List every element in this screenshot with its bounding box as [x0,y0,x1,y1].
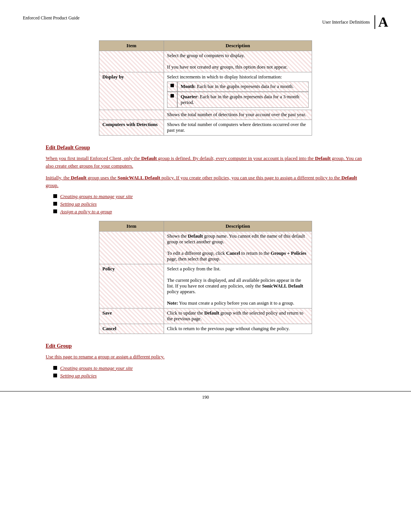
table-row: Shows the total number of detections for… [99,110,312,120]
table1-row4-desc: Shows the total number of computers wher… [164,120,312,136]
table1-row3-item [99,110,164,120]
table-row: Policy Select a policy from the list. Th… [99,264,312,308]
list-item: Setting up policies [53,201,365,207]
table2-row1-item [99,232,164,264]
table-row: Computers with Detections Shows the tota… [99,120,312,136]
table2-row3-item: Save [99,308,164,324]
edit-group-para1: Use this page to rename a group or assig… [46,353,365,361]
table-row: Shows the Default group name. You cannot… [99,232,312,264]
edit-default-heading: Edit Default Group [46,145,388,151]
bullet-icon [53,202,57,206]
edit-group-bullets: Creating groups to manage your site Sett… [53,365,365,379]
table2-row2-item: Policy [99,264,164,308]
table2-row2-desc: Select a policy from the list. The curre… [164,264,312,308]
table1-row4-item: Computers with Detections [99,120,164,136]
table1: Item Description Select the group of com… [99,40,312,136]
table1-wrapper: Item Description Select the group of com… [23,40,388,145]
table1-col2-header: Description [164,41,312,51]
table2-col1-header: Item [99,221,164,232]
table2-col2-header: Description [164,221,312,232]
table-row: Save Click to update the Default group w… [99,308,312,324]
bullet-icon [53,374,57,377]
table2-row4-item: Cancel [99,324,164,334]
table1-row2-desc: Select increments in which to display hi… [164,72,312,110]
bullet-link[interactable]: Setting up policies [60,373,97,379]
table1-row1-desc: Select the group of computers to display… [164,51,312,72]
table-row: Display by Select increments in which to… [99,72,312,110]
doc-title: Enforced Client Product Guide [23,15,80,21]
table2: Item Description Shows the Default group… [99,221,312,334]
table2-row1-desc: Shows the Default group name. You cannot… [164,232,312,264]
table1-col1-header: Item [99,41,164,51]
bullet-icon [53,194,57,198]
table2-row3-desc: Click to update the Default group with t… [164,308,312,324]
appendix-letter: A [374,15,388,29]
edit-default-para1: When you first install Enforced Client, … [46,155,365,169]
bullet-icon [53,209,57,213]
edit-default-para2: Initially, the Default group uses the So… [46,174,365,189]
edit-group-heading: Edit Group [46,343,388,349]
bullet-link[interactable]: Setting up policies [60,201,97,207]
page-number: 190 [202,395,209,400]
edit-default-bullets: Creating groups to manage your site Sett… [53,193,365,215]
list-item: Assign a policy to a group [53,209,365,215]
table1-row2-item: Display by [99,72,164,110]
table1-row1-item [99,51,164,72]
list-item: Setting up policies [53,373,365,379]
bullet-icon [53,366,57,370]
bullet-link[interactable]: Creating groups to manage your site [60,193,133,200]
table-row: Cancel Click to return to the previous p… [99,324,312,334]
footer: 190 [0,391,411,400]
section-label: User Interface Definitions [322,19,370,25]
table1-row3-desc: Shows the total number of detections for… [164,110,312,120]
bullet-link[interactable]: Assign a policy to a group [60,209,112,215]
table-row: Select the group of computers to display… [99,51,312,72]
table2-wrapper: Item Description Shows the Default group… [23,221,388,343]
bullet-link[interactable]: Creating groups to manage your site [60,365,133,371]
list-item: Creating groups to manage your site [53,193,365,200]
table2-row4-desc: Click to return to the previous page wit… [164,324,312,334]
list-item: Creating groups to manage your site [53,365,365,371]
